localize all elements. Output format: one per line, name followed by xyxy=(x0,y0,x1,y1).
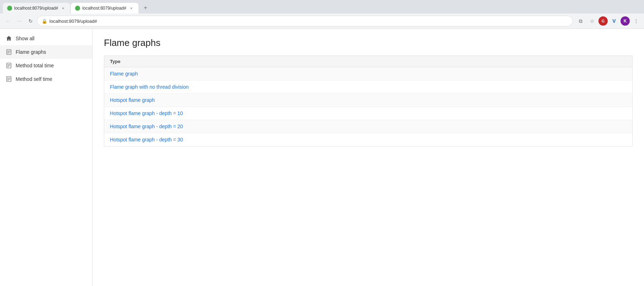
app-layout: Show all Flame graphs xyxy=(0,29,644,286)
show-all-label: Show all xyxy=(16,36,35,41)
back-icon: ← xyxy=(5,18,10,24)
flame-graph-link[interactable]: Flame graph xyxy=(110,71,138,77)
method-total-time-label: Method total time xyxy=(16,63,54,68)
tab-close-1[interactable]: × xyxy=(60,5,66,11)
tab-favicon-1 xyxy=(7,6,12,11)
address-bar: ← → ↻ 🔒 localhost:8079/upload# ⧉ ☆ G V xyxy=(0,14,644,28)
tab-2[interactable]: localhost:8079/upload# × xyxy=(71,3,138,14)
sidebar-item-show-all[interactable]: Show all xyxy=(0,32,92,45)
doc-icon-total xyxy=(6,62,12,69)
table-row: Flame graph xyxy=(104,67,632,80)
doc-icon-self xyxy=(6,76,12,82)
table-row: Hotspot flame graph xyxy=(104,94,632,107)
sidebar: Show all Flame graphs xyxy=(0,29,93,286)
toolbar-icons: ⧉ ☆ G V K ⋮ xyxy=(576,16,641,26)
method-self-time-label: Method self time xyxy=(16,76,52,82)
hotspot-flame-graph-link[interactable]: Hotspot flame graph xyxy=(110,97,155,103)
forward-button[interactable]: → xyxy=(14,16,24,26)
forward-icon: → xyxy=(17,18,22,24)
sidebar-item-method-total-time[interactable]: Method total time xyxy=(0,59,92,72)
reload-icon: ↻ xyxy=(28,18,33,24)
url-bar[interactable]: 🔒 localhost:8079/upload# xyxy=(37,16,573,26)
back-button[interactable]: ← xyxy=(3,16,13,26)
tab-favicon-2 xyxy=(75,6,80,11)
sidebar-item-flame-graphs[interactable]: Flame graphs xyxy=(0,45,92,59)
home-icon xyxy=(6,35,12,42)
table-row: Flame graph with no thread division xyxy=(104,80,632,94)
reload-button[interactable]: ↻ xyxy=(26,16,36,26)
extension1-icon[interactable]: G xyxy=(598,16,608,26)
flame-graphs-table: Type Flame graph Flame graph with no thr… xyxy=(104,56,633,146)
extension2-icon[interactable]: V xyxy=(609,16,619,26)
tab-close-2[interactable]: × xyxy=(128,5,134,11)
tab-title-1: localhost:8079/upload# xyxy=(14,6,58,11)
sidebar-item-method-self-time[interactable]: Method self time xyxy=(0,72,92,86)
tab-bar: localhost:8079/upload# × localhost:8079/… xyxy=(0,0,644,14)
new-tab-button[interactable]: + xyxy=(141,3,151,13)
page-title: Flame graphs xyxy=(104,37,633,48)
flame-graph-no-thread-link[interactable]: Flame graph with no thread division xyxy=(110,84,189,90)
flame-graphs-label: Flame graphs xyxy=(16,49,46,55)
main-content: Flame graphs Type Flame graph Flame grap… xyxy=(93,29,644,286)
bookmark-icon[interactable]: ☆ xyxy=(587,16,597,26)
hotspot-depth-10-link[interactable]: Hotspot flame graph - depth = 10 xyxy=(110,110,183,116)
doc-icon-flame xyxy=(6,49,12,55)
user-avatar[interactable]: K xyxy=(621,16,630,26)
browser-chrome: localhost:8079/upload# × localhost:8079/… xyxy=(0,0,644,29)
hotspot-depth-30-link[interactable]: Hotspot flame graph - depth = 30 xyxy=(110,137,183,142)
lock-icon: 🔒 xyxy=(42,19,47,24)
table-row: Hotspot flame graph - depth = 20 xyxy=(104,120,632,133)
hotspot-depth-20-link[interactable]: Hotspot flame graph - depth = 20 xyxy=(110,124,183,129)
tab-1[interactable]: localhost:8079/upload# × xyxy=(3,3,70,14)
avatar-label: K xyxy=(624,19,627,24)
tab-title-2: localhost:8079/upload# xyxy=(82,6,126,11)
table-row: Hotspot flame graph - depth = 30 xyxy=(104,133,632,146)
table-header: Type xyxy=(104,56,632,67)
chrome-menu-icon[interactable]: ⋮ xyxy=(631,16,641,26)
screen-share-icon[interactable]: ⧉ xyxy=(576,16,586,26)
table-row: Hotspot flame graph - depth = 10 xyxy=(104,107,632,120)
url-text: localhost:8079/upload# xyxy=(49,19,97,24)
